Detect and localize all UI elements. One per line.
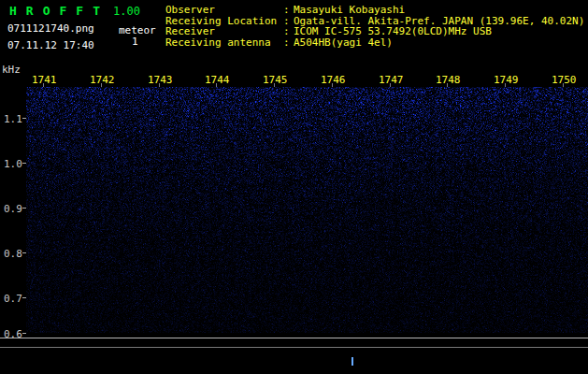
time-label: 1741 (32, 74, 57, 86)
info-label: Observer (165, 5, 283, 16)
output-filename: 0711121740.png (7, 22, 94, 35)
freq-label: 0.8 (4, 248, 22, 260)
info-row-antenna: Receiving antenna:A504HB(yagi 4el) (165, 37, 584, 49)
time-label: 1744 (205, 74, 230, 86)
level-strip-line (0, 347, 588, 348)
time-label: 1742 (90, 74, 115, 86)
station-info: Observer:Masayuki Kobayashi Receiving Lo… (165, 5, 584, 48)
info-label: Receiving antenna (165, 37, 283, 49)
info-separator: : (283, 5, 294, 16)
freq-label: 1.1 (4, 113, 22, 125)
freq-tick-mark (22, 333, 26, 334)
app-title: HROFFT (9, 4, 109, 18)
hrofft-screen: HROFFT 1.00 0711121740.png meteor 1 07.1… (0, 0, 588, 374)
time-label: 1746 (321, 74, 346, 86)
time-label: 1747 (379, 74, 404, 86)
meteor-count: 1 (132, 36, 138, 48)
time-label: 1743 (148, 74, 173, 86)
level-strip-line (0, 338, 588, 338)
minute-marker (351, 357, 353, 366)
info-separator: : (283, 37, 294, 49)
info-value: A504HB(yagi 4el) (294, 36, 393, 49)
freq-label: 0.6 (4, 328, 22, 340)
freq-label: 1.0 (4, 158, 22, 170)
time-label: 1749 (494, 74, 519, 86)
freq-label: 0.7 (4, 293, 22, 305)
time-label: 1745 (263, 74, 288, 86)
spectrogram-canvas (26, 87, 588, 333)
freq-label: 0.9 (4, 203, 22, 215)
time-label: 1750 (552, 74, 577, 86)
freq-axis-unit: kHz (2, 64, 21, 76)
time-label: 1748 (436, 74, 461, 86)
app-version: 1.00 (113, 5, 140, 18)
observation-datetime: 07.11.12 17:40 (7, 39, 94, 51)
